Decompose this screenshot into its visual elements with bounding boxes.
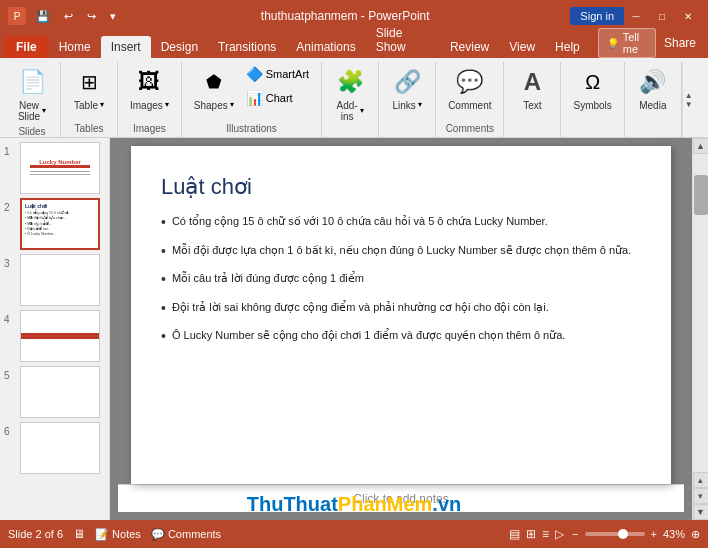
- accessibility-icon: 🖥: [73, 527, 85, 541]
- vertical-scrollbar[interactable]: ▲ ▴ ▾ ▼: [692, 138, 708, 520]
- bullet-text-3: Mỗi câu trả lời đúng được cộng 1 điểm: [172, 271, 364, 286]
- slide-preview-3[interactable]: [20, 254, 100, 306]
- scroll-page-down[interactable]: ▾: [693, 488, 709, 504]
- bullet-2: • Mỗi đội được lựa chọn 1 ô bất kì, nếu …: [161, 243, 641, 262]
- tab-insert[interactable]: Insert: [101, 36, 151, 58]
- addins-group-label: [330, 124, 370, 140]
- chart-button[interactable]: 📊 Chart: [242, 88, 313, 108]
- zoom-in-icon[interactable]: +: [651, 528, 657, 540]
- zoom-level[interactable]: 43%: [663, 528, 685, 540]
- undo-button[interactable]: ↩: [60, 8, 77, 25]
- slide-panel[interactable]: 1 Lucky Number 2 Luật chơi • Có tổng cộn…: [0, 138, 110, 520]
- media-icon: 🔊: [637, 66, 669, 98]
- maximize-button[interactable]: □: [650, 6, 674, 26]
- customize-button[interactable]: ▾: [106, 8, 120, 25]
- slide-num-2: 2: [4, 198, 16, 213]
- tell-me-label[interactable]: Tell me: [623, 31, 647, 55]
- chart-icon: 📊: [246, 90, 263, 106]
- comments-group: 💬 Comment Comments: [436, 62, 504, 137]
- shapes-icon: ⬟: [198, 66, 230, 98]
- comment-button[interactable]: 💬 Comment: [444, 64, 495, 113]
- tab-transitions[interactable]: Transitions: [208, 36, 286, 58]
- minimize-button[interactable]: ─: [624, 6, 648, 26]
- slide-preview-1[interactable]: Lucky Number: [20, 142, 100, 194]
- save-button[interactable]: 💾: [32, 8, 54, 25]
- tables-group-content: ⊞ Table ▾: [69, 64, 109, 121]
- scroll-thumb[interactable]: [694, 175, 708, 215]
- addins-label: Add-ins: [337, 100, 358, 122]
- links-icon: 🔗: [391, 66, 423, 98]
- images-button[interactable]: 🖼 Images ▾: [126, 64, 173, 113]
- ribbon-scroll-up[interactable]: ▲: [685, 91, 693, 100]
- scroll-track[interactable]: [693, 154, 708, 472]
- symbols-button[interactable]: Ω Symbols: [569, 64, 615, 113]
- scroll-up-button[interactable]: ▲: [693, 138, 709, 154]
- tab-animations[interactable]: Animations: [286, 36, 365, 58]
- bullet-dot-1: •: [161, 213, 166, 233]
- ribbon-scroll-down[interactable]: ▼: [685, 100, 693, 109]
- view-normal-icon[interactable]: ▤: [509, 527, 520, 541]
- undo2-button[interactable]: ↪: [83, 8, 100, 25]
- bullet-text-4: Đội trả lời sai không được cộng điểm và …: [172, 300, 549, 315]
- bullet-text-5: Ô Lucky Number sẽ cộng cho đội chơi 1 đi…: [172, 328, 565, 343]
- comments-status-button[interactable]: 💬 Comments: [151, 528, 221, 541]
- tab-file[interactable]: File: [4, 36, 49, 58]
- slide-preview-6[interactable]: [20, 422, 100, 474]
- smartart-button[interactable]: 🔷 SmartArt: [242, 64, 313, 84]
- zoom-out-icon[interactable]: −: [572, 528, 578, 540]
- shapes-button[interactable]: ⬟ Shapes ▾: [190, 64, 238, 113]
- slide-canvas[interactable]: Luật chơi • Có tổng cộng 15 ô chữ số với…: [131, 146, 671, 484]
- smartart-icon: 🔷: [246, 66, 263, 82]
- status-left: Slide 2 of 6 🖥 📝 Notes 💬 Comments: [8, 527, 501, 541]
- slide-thumb-5[interactable]: 5: [4, 366, 105, 418]
- text-label: Text: [523, 100, 541, 111]
- scroll-page-up[interactable]: ▴: [693, 472, 709, 488]
- slide-thumb-6[interactable]: 6: [4, 422, 105, 474]
- addins-button[interactable]: 🧩 Add-ins ▾: [330, 64, 370, 124]
- tab-review[interactable]: Review: [440, 36, 499, 58]
- slide-thumb-2[interactable]: 2 Luật chơi • Có tổng cộng 15 ô chữ số..…: [4, 198, 105, 250]
- zoom-slider[interactable]: [585, 532, 645, 536]
- slide-num-3: 3: [4, 254, 16, 269]
- tab-home[interactable]: Home: [49, 36, 101, 58]
- media-group: 🔊 Media: [625, 62, 682, 137]
- view-slideshow-icon[interactable]: ▷: [555, 527, 564, 541]
- close-button[interactable]: ✕: [676, 6, 700, 26]
- tab-slideshow[interactable]: Slide Show: [366, 22, 440, 58]
- text-button[interactable]: A Text: [512, 64, 552, 113]
- media-button[interactable]: 🔊 Media: [633, 64, 673, 113]
- sign-in-button[interactable]: Sign in: [570, 7, 624, 25]
- ribbon: 📄 NewSlide ▾ Slides ⊞ Table ▾ Tables: [0, 58, 708, 138]
- new-slide-button[interactable]: 📄 NewSlide ▾: [12, 64, 52, 124]
- slide-thumb-3[interactable]: 3: [4, 254, 105, 306]
- notes-status-button[interactable]: 📝 Notes: [95, 528, 141, 541]
- view-grid-icon[interactable]: ⊞: [526, 527, 536, 541]
- view-reading-icon[interactable]: ≡: [542, 527, 549, 541]
- slide-preview-5[interactable]: [20, 366, 100, 418]
- scroll-down-button[interactable]: ▼: [693, 504, 709, 520]
- table-dropdown-arrow: ▾: [100, 100, 104, 109]
- links-dropdown-arrow: ▾: [418, 100, 422, 109]
- window-title: thuthuatphanmem - PowerPoint: [120, 9, 570, 23]
- tab-design[interactable]: Design: [151, 36, 208, 58]
- tab-help[interactable]: Help: [545, 36, 590, 58]
- links-button[interactable]: 🔗 Links ▾: [387, 64, 427, 113]
- main-area: 1 Lucky Number 2 Luật chơi • Có tổng cộn…: [0, 138, 708, 520]
- slide-thumb-4[interactable]: 4: [4, 310, 105, 362]
- tab-view[interactable]: View: [499, 36, 545, 58]
- table-button[interactable]: ⊞ Table ▾: [69, 64, 109, 113]
- slide-preview-4[interactable]: [20, 310, 100, 362]
- tables-group: ⊞ Table ▾ Tables: [61, 62, 118, 137]
- slide-thumb-1[interactable]: 1 Lucky Number: [4, 142, 105, 194]
- media-group-content: 🔊 Media: [633, 64, 673, 121]
- fit-slide-icon[interactable]: ⊕: [691, 528, 700, 541]
- slide-num-4: 4: [4, 310, 16, 325]
- media-label: Media: [639, 100, 666, 111]
- share-button[interactable]: Share: [664, 36, 696, 50]
- ribbon-scroll: ▲ ▼: [682, 62, 695, 137]
- slide-preview-2[interactable]: Luật chơi • Có tổng cộng 15 ô chữ số... …: [20, 198, 100, 250]
- table-label: Table: [74, 100, 98, 111]
- symbols-label: Symbols: [573, 100, 611, 111]
- notes-bar[interactable]: Click to add notes: [118, 484, 684, 512]
- slides-group-label: Slides: [12, 124, 52, 140]
